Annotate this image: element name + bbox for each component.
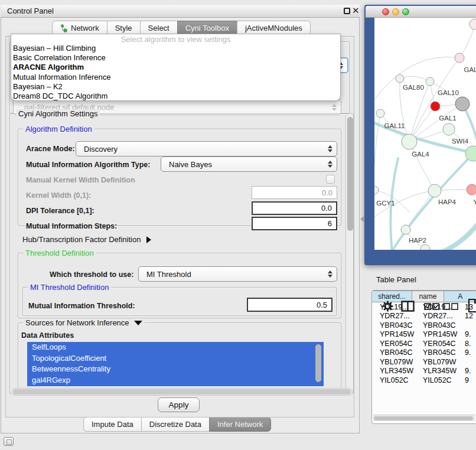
network-node-gal80[interactable] bbox=[396, 74, 404, 83]
splitter-handle-icon[interactable] bbox=[360, 216, 364, 222]
table-cell: YBL079W bbox=[372, 358, 417, 366]
network-node-y[interactable] bbox=[467, 184, 476, 195]
table-cell: YBR045C bbox=[372, 348, 417, 357]
gear-icon[interactable] bbox=[382, 300, 394, 312]
node-label-swi4: SWI4 bbox=[452, 138, 469, 145]
network-edge bbox=[409, 142, 435, 191]
dropdown-item-list: Bayesian – Hill ClimbingBasic Correlatio… bbox=[11, 44, 340, 101]
mi-steps-field[interactable]: 6 bbox=[252, 217, 337, 230]
network-node-hap4[interactable] bbox=[428, 184, 441, 197]
table-row[interactable]: YER054CYER054C8. bbox=[372, 339, 476, 348]
deselect-all-icon[interactable] bbox=[443, 303, 458, 310]
columns-icon[interactable] bbox=[401, 301, 415, 312]
table-cell: YLR345W bbox=[372, 367, 417, 375]
new-table-icon[interactable] bbox=[468, 298, 476, 313]
dropdown-item-bayesian-k2[interactable]: Bayesian – K2 bbox=[11, 82, 340, 92]
algorithm-definition-title: Algorithm Definition bbox=[23, 125, 94, 133]
bottom-tab-impute-data[interactable]: Impute Data bbox=[83, 417, 142, 432]
network-canvas[interactable]: GALGAL80GAL10GAL1GAL11GAL4SWI4GCY1HAP4YH… bbox=[374, 18, 476, 250]
attribute-item-gal4rgexp[interactable]: gal4RGexp bbox=[27, 375, 324, 386]
close-icon[interactable]: ✕ bbox=[352, 5, 360, 16]
network-view-window: GALGAL80GAL10GAL1GAL11GAL4SWI4GCY1HAP4YH… bbox=[364, 5, 476, 265]
table-row[interactable]: YBR043CYBR043C bbox=[372, 321, 476, 330]
network-edge bbox=[400, 76, 430, 81]
table-row[interactable]: YDR27...YDR27...12 bbox=[372, 312, 476, 321]
column-header-name[interactable]: name bbox=[412, 291, 444, 302]
mi-algorithm-type-label: Mutual Information Algorithm Type: bbox=[26, 161, 150, 169]
which-threshold-combobox[interactable]: MI Threshold bbox=[138, 266, 337, 282]
network-node-gal4[interactable] bbox=[402, 134, 417, 149]
which-threshold-value: MI Threshold bbox=[146, 270, 191, 279]
table-cell: 8. bbox=[452, 340, 476, 348]
table-cell: YBR043C bbox=[372, 321, 417, 330]
mac-zoom-icon[interactable] bbox=[402, 8, 409, 15]
aracne-mode-value: Discovery bbox=[84, 145, 118, 154]
table-horizontal-scrollbar[interactable] bbox=[373, 415, 475, 421]
sources-title-row[interactable]: Sources for Network Inference bbox=[23, 318, 145, 327]
network-node[interactable] bbox=[431, 102, 440, 111]
network-node[interactable] bbox=[470, 19, 476, 30]
dropdown-item-mutual-information-inference[interactable]: Mutual Information Inference bbox=[11, 73, 340, 82]
settings-vertical-scrollbar[interactable] bbox=[345, 115, 353, 393]
table-row[interactable]: YIL052CYIL052C9 bbox=[372, 376, 476, 385]
dropdown-item-aracne-algorithm[interactable]: ARACNE Algorithm bbox=[11, 63, 340, 72]
data-attributes-list[interactable]: SelfLoopsTopologicalCoefficientBetweenne… bbox=[27, 342, 324, 386]
network-node-gal10[interactable] bbox=[426, 77, 434, 86]
manual-kernel-width-checkbox[interactable] bbox=[326, 175, 335, 184]
table-row[interactable]: YBR045CYBR045C9. bbox=[372, 348, 476, 358]
hub-definition-expander[interactable]: Hub/Transcription Factor Definition bbox=[22, 235, 151, 244]
bottom-tab-discretize-data[interactable]: Discretize Data bbox=[141, 417, 210, 432]
node-label-hap2: HAP2 bbox=[409, 237, 426, 244]
table-cell: YBR045C bbox=[417, 348, 452, 357]
control-panel-titlebar bbox=[1, 5, 360, 18]
mac-close-icon[interactable] bbox=[382, 8, 389, 15]
mac-minimize-icon[interactable] bbox=[392, 8, 399, 15]
algorithm-dropdown-popup: Select algorithm to view settings Bayesi… bbox=[11, 34, 341, 101]
table-cell: YLR345W bbox=[417, 367, 452, 375]
network-icon bbox=[60, 24, 68, 32]
node-label-hap4: HAP4 bbox=[438, 198, 457, 206]
table-row[interactable]: YPR145WYPR145W9. bbox=[372, 330, 476, 340]
attribute-item-betweennesscentrality[interactable]: BetweennessCentrality bbox=[27, 364, 324, 375]
network-node-gcy1[interactable] bbox=[374, 186, 379, 194]
threshold-definition-title: Threshold Definition bbox=[23, 249, 96, 257]
float-window-icon[interactable] bbox=[344, 8, 350, 14]
dropdown-item-basic-correlation-inference[interactable]: Basic Correlation Inference bbox=[11, 53, 340, 63]
dropdown-item-dream8-dc-tdc-algorithm[interactable]: Dream8 DC_TDC Algorithm bbox=[11, 92, 340, 101]
dpi-tolerance-label: DPI Tolerance [0,1]: bbox=[26, 207, 94, 215]
node-label-gal4: GAL4 bbox=[412, 151, 429, 158]
node-label-gal: GAL bbox=[464, 66, 476, 73]
aracne-mode-combobox[interactable]: Discovery bbox=[76, 141, 337, 156]
bottom-tab-infer-network[interactable]: Infer Network bbox=[209, 417, 271, 432]
network-node-gal[interactable] bbox=[455, 53, 464, 63]
attribute-item-selfloops[interactable]: SelfLoops bbox=[27, 342, 324, 353]
network-node[interactable] bbox=[420, 244, 430, 250]
cyni-algorithm-settings-title: Cyni Algorithm Settings bbox=[16, 109, 100, 118]
table-panel: shared...nameA YDL19...YDL19...13YDR27..… bbox=[371, 290, 476, 424]
mi-algorithm-type-combobox[interactable]: Naive Bayes bbox=[161, 156, 337, 172]
node-label-gal11: GAL11 bbox=[384, 122, 405, 129]
table-row[interactable]: YBL079WYBL079W bbox=[372, 357, 476, 367]
table-cell: 9 bbox=[452, 376, 476, 384]
dropdown-item-bayesian-hill-climbing[interactable]: Bayesian – Hill Climbing bbox=[11, 44, 340, 53]
network-edge-highlighted bbox=[391, 154, 473, 250]
mi-threshold-field[interactable]: 0.5 bbox=[247, 298, 332, 312]
settings-horizontal-scrollbar[interactable] bbox=[12, 388, 353, 396]
data-attributes-label: Data Attributes bbox=[21, 331, 74, 340]
collapsed-panel-icon[interactable] bbox=[4, 437, 14, 446]
apply-button[interactable]: Apply bbox=[158, 397, 200, 412]
table-row[interactable]: YLR345WYLR345W9. bbox=[372, 367, 476, 376]
table-cell: 9. bbox=[452, 330, 476, 338]
kernel-width-field[interactable]: 0.0 bbox=[252, 186, 337, 199]
table-panel-title: Table Panel bbox=[376, 275, 416, 284]
attribute-item-topologicalcoefficient[interactable]: TopologicalCoefficient bbox=[27, 353, 324, 364]
select-all-icon[interactable] bbox=[424, 303, 439, 310]
network-node[interactable] bbox=[455, 97, 470, 111]
network-edge bbox=[374, 57, 459, 103]
dpi-tolerance-field[interactable]: 0.0 bbox=[252, 201, 337, 215]
network-node-gal11[interactable] bbox=[376, 109, 384, 118]
network-node-gal1[interactable] bbox=[443, 123, 455, 135]
table-cell: 9. bbox=[452, 348, 476, 357]
list-scrollbar-thumb[interactable] bbox=[315, 344, 321, 382]
network-node-hap2[interactable] bbox=[401, 225, 410, 234]
